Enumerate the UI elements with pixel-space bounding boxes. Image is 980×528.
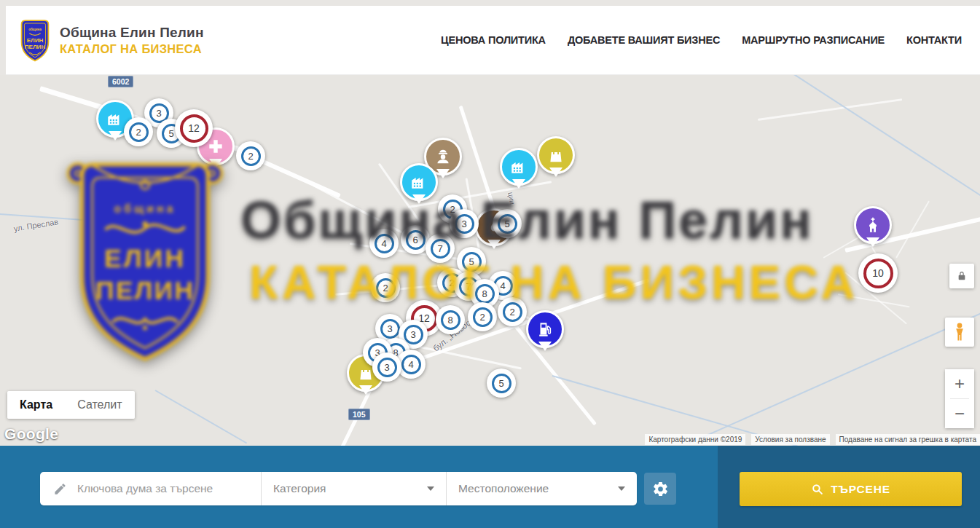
zoom-out-button[interactable]: −	[945, 399, 974, 428]
cluster-marker[interactable]: 3	[372, 352, 401, 382]
attribution-report-link[interactable]: Подаване на сигнал за грешка в картата	[836, 434, 980, 445]
watermark-title: Община Елин Пелин	[240, 190, 814, 250]
keyword-field[interactable]	[40, 472, 261, 505]
medical-cross-icon	[206, 137, 225, 156]
main-nav: ЦЕНОВА ПОЛИТИКА ДОБАВЕТЕ ВАШИЯТ БИЗНЕС М…	[441, 34, 962, 46]
watermark-shield-top-word: община	[114, 202, 176, 215]
factory-icon	[509, 157, 528, 176]
church-pin[interactable]	[854, 206, 892, 244]
watermark-shield: община ЕЛИН ПЕЛИН	[62, 154, 228, 364]
cluster-count: 12	[180, 114, 208, 143]
advanced-search-button[interactable]	[644, 473, 676, 505]
top-strip	[0, 0, 980, 6]
header: община ЕЛИН ПЕЛИН Община Елин Пелин КАТА…	[6, 6, 980, 75]
map-attribution: Картографски данни ©2019 Условия за полз…	[645, 434, 980, 445]
map-type-map-button[interactable]: Карта	[7, 391, 65, 419]
cluster-count: 2	[241, 146, 261, 166]
search-fields: Категория Местоположение	[40, 472, 637, 505]
cluster-marker[interactable]: 10	[858, 253, 898, 293]
zoom-control: + −	[945, 369, 974, 428]
nav-link-add-business[interactable]: ДОБАВЕТЕ ВАШИЯТ БИЗНЕС	[568, 34, 720, 46]
map-canvas[interactable]: ул. Преслав бул. „Новосел ции 6002 105 3…	[0, 75, 980, 446]
chevron-down-icon	[618, 486, 625, 491]
location-select[interactable]: Местоположение	[446, 472, 637, 505]
brand[interactable]: община ЕЛИН ПЕЛИН Община Елин Пелин КАТА…	[18, 17, 204, 63]
cluster-count: 2	[129, 122, 149, 142]
cluster-count: 10	[863, 259, 893, 288]
cluster-count: 4	[401, 355, 421, 374]
cluster-count: 8	[441, 310, 460, 330]
attribution-terms-link[interactable]: Условия за ползване	[751, 434, 829, 445]
brand-text: Община Елин Пелин КАТАЛОГ НА БИЗНЕСА	[60, 25, 204, 56]
google-logo: Google	[4, 425, 58, 443]
cluster-count: 3	[380, 319, 400, 339]
pegman-icon	[951, 322, 968, 342]
watermark-subtitle: КАТАЛОГ НА БИЗНЕСА	[249, 255, 858, 310]
gear-icon	[652, 481, 669, 497]
logo-line2: ПЕЛИН	[25, 44, 46, 50]
search-bar: Категория Местоположение ТЪРСЕНЕ	[0, 446, 980, 528]
page: община ЕЛИН ПЕЛИН Община Елин Пелин КАТА…	[0, 0, 980, 528]
bag-pin[interactable]	[537, 136, 575, 174]
location-value: Местоположение	[458, 482, 549, 495]
left-strip	[0, 0, 6, 75]
road-badge: 6002	[108, 76, 133, 87]
bag-icon	[546, 146, 565, 165]
cluster-marker[interactable]: 2	[236, 141, 265, 170]
watermark-shield-line1: ЕЛИН	[104, 244, 186, 273]
cluster-count: 5	[492, 374, 511, 393]
cluster-marker[interactable]: 12	[175, 109, 213, 147]
cluster-marker[interactable]: 8	[436, 305, 465, 334]
map-type-satellite-button[interactable]: Сателит	[65, 391, 134, 419]
logo-line1: ЕЛИН	[27, 37, 44, 44]
logo-top-word: община	[28, 27, 42, 31]
lock-button[interactable]	[949, 264, 974, 288]
road-badge: 105	[348, 409, 370, 420]
lock-icon	[956, 270, 968, 282]
map-type-control: Карта Сателит	[7, 391, 135, 419]
search-button[interactable]: ТЪРСЕНЕ	[740, 472, 962, 506]
fuel-icon	[536, 320, 554, 339]
factory-icon	[409, 173, 428, 192]
fuel-pin[interactable]	[526, 310, 564, 348]
category-select[interactable]: Категория	[261, 472, 446, 505]
church-icon	[863, 216, 882, 235]
cluster-count: 3	[404, 325, 423, 344]
cluster-marker[interactable]: 2	[124, 117, 153, 146]
search-icon	[811, 483, 823, 495]
chevron-down-icon	[427, 486, 434, 491]
cluster-count: 3	[377, 358, 397, 377]
zoom-in-button[interactable]: +	[945, 369, 974, 398]
keyword-input[interactable]	[76, 481, 251, 496]
cluster-marker[interactable]: 5	[487, 369, 516, 398]
cluster-count: 2	[473, 307, 493, 327]
site-subtitle: КАТАЛОГ НА БИЗНЕСА	[60, 42, 204, 56]
factory-icon	[106, 109, 125, 128]
site-title: Община Елин Пелин	[60, 25, 204, 41]
watermark-shield-line2: ПЕЛИН	[95, 276, 195, 305]
street-view-pegman-button[interactable]	[945, 318, 974, 347]
category-value: Категория	[273, 482, 326, 495]
worker-icon	[434, 147, 452, 166]
municipality-logo-icon: община ЕЛИН ПЕЛИН	[18, 17, 52, 63]
search-button-label: ТЪРСЕНЕ	[831, 483, 890, 496]
nav-link-contacts[interactable]: КОНТАКТИ	[906, 34, 962, 46]
attribution-data: Картографски данни ©2019	[645, 434, 745, 445]
nav-link-route-schedule[interactable]: МАРШРУТНО РАЗПИСАНИЕ	[742, 34, 885, 46]
nav-link-pricing[interactable]: ЦЕНОВА ПОЛИТИКА	[441, 34, 546, 46]
pencil-icon	[53, 482, 67, 496]
factory-pin[interactable]	[500, 148, 538, 186]
